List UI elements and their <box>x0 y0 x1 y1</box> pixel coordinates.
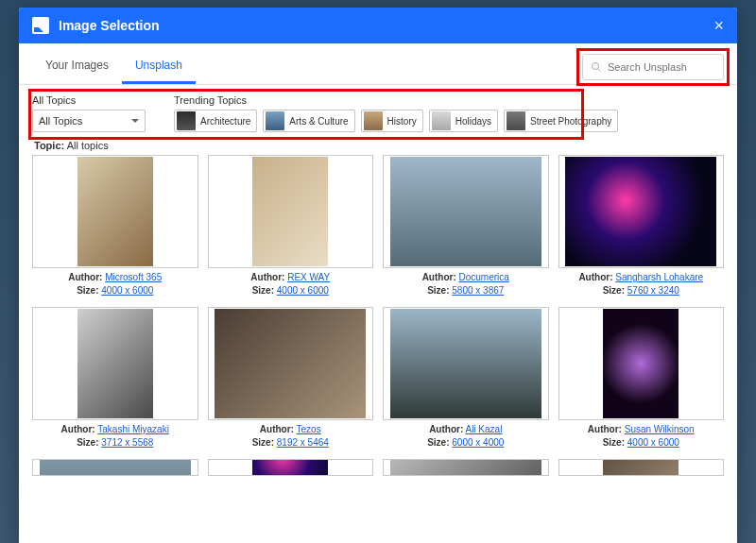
result-caption: Author: DocumericaSize: 5800 x 3867 <box>383 271 549 297</box>
result-frame[interactable] <box>32 155 198 268</box>
chip-label: Arts & Culture <box>289 116 348 127</box>
size-link[interactable]: 8192 x 5464 <box>277 437 329 448</box>
all-topics-col: All Topics All Topics <box>32 94 146 132</box>
chip-history[interactable]: History <box>361 110 423 132</box>
result-image[interactable] <box>77 309 153 418</box>
size-label: Size: <box>77 285 98 296</box>
size-label: Size: <box>252 285 274 296</box>
topic-value: All topics <box>67 140 109 151</box>
result-card: Author: DocumericaSize: 5800 x 3867 <box>383 155 549 297</box>
result-caption: Author: Microsoft 365Size: 4000 x 6000 <box>32 271 198 297</box>
topic-line: Topic: All topics <box>19 136 737 153</box>
result-image[interactable] <box>40 459 191 476</box>
size-label: Size: <box>427 437 449 448</box>
chip-arts-culture[interactable]: Arts & Culture <box>263 110 354 132</box>
size-label: Size: <box>252 437 274 448</box>
author-label: Author: <box>61 424 95 434</box>
size-link[interactable]: 4000 x 6000 <box>627 437 679 448</box>
result-card: Author: Takashi MiyazakiSize: 3712 x 556… <box>32 307 198 450</box>
result-card <box>558 459 725 476</box>
modal-header: Image Selection × <box>19 8 737 43</box>
chip-thumb <box>266 111 284 130</box>
chip-thumb <box>177 111 196 130</box>
size-link[interactable]: 5760 x 3240 <box>627 285 679 296</box>
result-frame[interactable] <box>32 307 198 420</box>
result-image[interactable] <box>565 157 716 266</box>
author-label: Author: <box>588 424 622 434</box>
result-frame[interactable] <box>383 459 549 476</box>
result-caption: Author: Susan WilkinsonSize: 4000 x 6000 <box>558 423 725 450</box>
author-link[interactable]: Susan Wilkinson <box>625 424 695 434</box>
close-icon[interactable]: × <box>713 16 724 36</box>
tab-your-images[interactable]: Your Images <box>32 49 122 84</box>
result-caption: Author: Takashi MiyazakiSize: 3712 x 556… <box>32 423 198 450</box>
trending-chips: Architecture Arts & Culture History Holi… <box>174 110 618 132</box>
result-frame[interactable] <box>208 155 374 268</box>
result-card <box>32 459 198 476</box>
author-link[interactable]: Takashi Miyazaki <box>97 424 169 434</box>
result-frame[interactable] <box>558 307 725 420</box>
result-caption: Author: Sangharsh LohakareSize: 5760 x 3… <box>558 271 725 297</box>
chip-label: Street Photography <box>530 116 611 127</box>
search-box[interactable] <box>582 54 724 80</box>
result-frame[interactable] <box>383 307 549 420</box>
result-card: Author: REX WAYSize: 4000 x 6000 <box>208 155 374 297</box>
size-link[interactable]: 5800 x 3867 <box>452 285 504 296</box>
image-selection-modal: Image Selection × Your Images Unsplash A… <box>19 8 737 543</box>
search-wrap <box>582 54 724 80</box>
result-frame[interactable] <box>558 459 725 476</box>
author-link[interactable]: Microsoft 365 <box>105 272 162 282</box>
result-image[interactable] <box>252 459 328 476</box>
svg-line-1 <box>598 68 601 71</box>
result-card <box>208 459 374 476</box>
size-link[interactable]: 4000 x 6000 <box>101 285 153 296</box>
result-card: Author: Sangharsh LohakareSize: 5760 x 3… <box>558 155 725 297</box>
author-link[interactable]: Tezos <box>297 424 321 434</box>
size-link[interactable]: 3712 x 5568 <box>101 437 153 448</box>
tab-unsplash[interactable]: Unsplash <box>122 49 196 84</box>
chevron-down-icon <box>131 119 139 123</box>
result-image[interactable] <box>603 459 679 476</box>
chip-thumb <box>507 111 525 130</box>
size-label: Size: <box>427 285 449 296</box>
result-image[interactable] <box>77 157 153 266</box>
result-image[interactable] <box>603 309 679 418</box>
result-frame[interactable] <box>32 459 198 476</box>
size-link[interactable]: 6000 x 4000 <box>452 437 504 448</box>
author-label: Author: <box>250 272 284 282</box>
author-label: Author: <box>68 272 102 282</box>
author-label: Author: <box>422 272 456 282</box>
author-link[interactable]: Documerica <box>459 272 509 282</box>
result-image[interactable] <box>390 459 541 476</box>
author-label: Author: <box>260 424 294 434</box>
chip-street-photography[interactable]: Street Photography <box>504 110 618 132</box>
chip-architecture[interactable]: Architecture <box>174 110 257 132</box>
result-card: Author: Ali KazalSize: 6000 x 4000 <box>383 307 549 450</box>
result-frame[interactable] <box>208 307 374 420</box>
result-card <box>383 459 549 476</box>
result-image[interactable] <box>215 309 366 418</box>
image-icon <box>32 17 49 34</box>
result-image[interactable] <box>390 157 541 266</box>
filters-zone: All Topics All Topics Trending Topics Ar… <box>19 85 737 136</box>
result-frame[interactable] <box>383 155 549 268</box>
chip-thumb <box>432 111 451 130</box>
result-image[interactable] <box>252 157 328 266</box>
result-frame[interactable] <box>558 155 725 268</box>
author-link[interactable]: Sangharsh Lohakare <box>615 272 703 282</box>
search-input[interactable] <box>608 61 715 73</box>
tabs-row: Your Images Unsplash <box>19 43 737 85</box>
author-link[interactable]: REX WAY <box>287 272 330 282</box>
result-caption: Author: REX WAYSize: 4000 x 6000 <box>208 271 374 297</box>
result-frame[interactable] <box>208 459 374 476</box>
chip-holidays[interactable]: Holidays <box>429 110 498 132</box>
modal-title: Image Selection <box>59 18 713 33</box>
results-grid: Author: Microsoft 365Size: 4000 x 6000Au… <box>19 153 737 485</box>
author-link[interactable]: Ali Kazal <box>465 424 502 434</box>
all-topics-select[interactable]: All Topics <box>32 110 146 132</box>
result-image[interactable] <box>390 309 541 418</box>
search-icon <box>591 61 602 73</box>
author-label: Author: <box>429 424 463 434</box>
author-label: Author: <box>578 272 612 282</box>
size-link[interactable]: 4000 x 6000 <box>277 285 329 296</box>
